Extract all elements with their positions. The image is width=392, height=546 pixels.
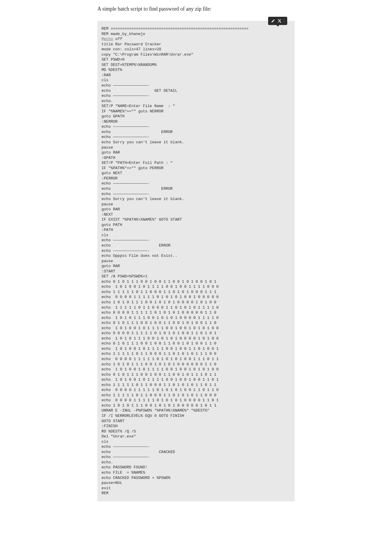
toolbar-divider — [284, 19, 284, 23]
x-share-icon[interactable] — [278, 19, 282, 23]
share-toolbar — [268, 17, 287, 25]
highlight-icon[interactable] — [271, 19, 275, 23]
code-part1: REM ====================================… — [102, 26, 248, 36]
code-part2: off title Rar Password Cracker mode con:… — [102, 37, 219, 495]
code-block: REM ====================================… — [97, 21, 295, 501]
mention-link[interactable]: echo — [104, 37, 113, 41]
mention-at: @ — [102, 37, 104, 41]
page-heading: A simple batch script to find password o… — [97, 6, 295, 12]
code-wrapper: REM ====================================… — [97, 21, 295, 501]
